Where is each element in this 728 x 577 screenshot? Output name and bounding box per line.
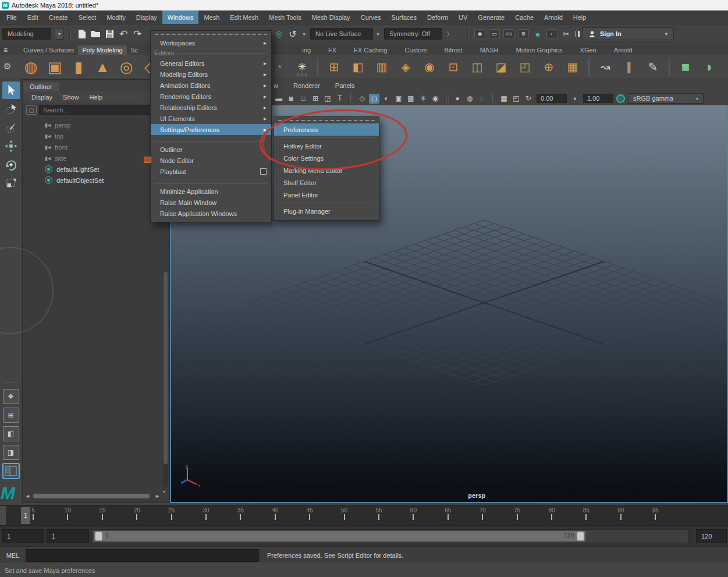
shelf-tab-sc[interactable]: Sc bbox=[127, 45, 143, 55]
shelf-tab-bifrost[interactable]: Bifrost bbox=[441, 45, 467, 55]
zero-transforms-icon[interactable]: ✳0,0,0 bbox=[292, 56, 312, 77]
default-material-icon[interactable]: ● bbox=[452, 94, 463, 104]
wheel-project-icon[interactable]: ◫ bbox=[467, 56, 488, 77]
outliner-search-input[interactable] bbox=[39, 105, 166, 115]
layout-four-view-button[interactable]: ⊞ bbox=[3, 408, 19, 423]
shelf-gear-icon[interactable]: ⚙ bbox=[3, 61, 11, 72]
exposure-field[interactable]: 0.00 bbox=[537, 94, 567, 103]
gate-mask-icon[interactable]: □ bbox=[298, 94, 308, 104]
outliner-filter-icon[interactable]: ▢ bbox=[26, 105, 37, 115]
new-scene-icon[interactable] bbox=[76, 29, 87, 39]
menu-set-selector[interactable]: Modeling bbox=[2, 28, 51, 40]
render-view-icon[interactable]: ◉ bbox=[474, 29, 485, 38]
shelf-tab-xgen[interactable]: XGen bbox=[576, 45, 601, 55]
quad-flow-icon[interactable]: ◈ bbox=[395, 56, 416, 77]
bevel-cube-icon[interactable]: ◉ bbox=[419, 56, 440, 77]
playback-range-bar[interactable]: 1 120 bbox=[94, 531, 585, 541]
wireframe-icon[interactable]: ◇ bbox=[357, 94, 367, 104]
menubar-item-cache[interactable]: Cache bbox=[510, 10, 539, 24]
grid-toggle-icon[interactable]: ▦ bbox=[499, 94, 509, 104]
move-tool-icon[interactable] bbox=[2, 137, 20, 155]
layout-single-pane-button[interactable]: ❖ bbox=[3, 389, 19, 404]
pencil-curve-icon[interactable]: ✎ bbox=[642, 56, 663, 77]
shadows-icon[interactable]: ▩ bbox=[406, 94, 416, 104]
submenu-item-color-settings[interactable]: Color Settings bbox=[274, 152, 379, 164]
camera-icons[interactable]: ◰ bbox=[511, 94, 521, 104]
diamond-trio-icon[interactable]: ◰ bbox=[514, 56, 535, 77]
menubar-item-help[interactable]: Help bbox=[568, 10, 592, 24]
shelf-tab-custom[interactable]: Custom bbox=[401, 45, 431, 55]
playback-start-field[interactable]: 1 bbox=[47, 529, 89, 543]
open-scene-icon[interactable] bbox=[90, 29, 101, 39]
edit-points-icon[interactable]: ∥ bbox=[619, 56, 640, 77]
view-transform-icon[interactable] bbox=[616, 94, 625, 103]
gamma-field[interactable]: 1.00 bbox=[583, 94, 613, 103]
poly-cube-icon[interactable]: ▣ bbox=[44, 56, 65, 77]
isolate-select-icon[interactable]: ◌ bbox=[477, 94, 487, 104]
curve-arrow-icon[interactable]: ↝ bbox=[595, 56, 616, 77]
submenu-item-marking-menu-editor[interactable]: Marking Menu Editor bbox=[274, 164, 379, 176]
shelf-tab-poly-modeling[interactable]: Poly Modeling bbox=[78, 45, 126, 55]
menu-item-animation-editors[interactable]: Animation Editors▸ bbox=[151, 80, 271, 91]
menu-item-settings-preferences[interactable]: Settings/Preferences▸ bbox=[151, 124, 271, 135]
command-language-toggle[interactable]: MEL bbox=[0, 552, 26, 559]
shelf-tab-fx-caching[interactable]: FX Caching bbox=[350, 45, 391, 55]
menu-item-playblast[interactable]: Playblast bbox=[151, 166, 271, 177]
menubar-item-file[interactable]: File bbox=[1, 10, 22, 24]
range-start-handle[interactable] bbox=[95, 532, 102, 541]
menu-item-raise-main-window[interactable]: Raise Main Window bbox=[151, 197, 271, 208]
submenu-item-shelf-editor[interactable]: Shelf Editor bbox=[274, 176, 379, 189]
menubar-item-arnold[interactable]: Arnold bbox=[539, 10, 568, 24]
menu-item-modeling-editors[interactable]: Modeling Editors▸ bbox=[151, 69, 271, 80]
symmetry-dropdown-icon[interactable]: ▾ bbox=[377, 31, 379, 37]
submenu-item-preferences[interactable]: Preferences bbox=[274, 123, 379, 136]
outliner-horizontal-scrollbar[interactable]: ◄ ► bbox=[25, 493, 160, 500]
shaded-mode-icon[interactable]: ◻ bbox=[369, 94, 379, 104]
ipr-render-icon[interactable]: IPR bbox=[503, 29, 514, 38]
outliner-menu-display[interactable]: Display bbox=[27, 94, 56, 101]
menubar-item-display[interactable]: Display bbox=[131, 10, 162, 24]
nurbs-patch-a-icon[interactable]: ◗ bbox=[699, 56, 720, 77]
render-globe-icon[interactable]: ● bbox=[532, 29, 543, 39]
menu-item-ui-elements[interactable]: UI Elements▸ bbox=[151, 113, 271, 124]
textured-mode-icon[interactable]: ◐ bbox=[381, 94, 392, 104]
menubar-item-uv[interactable]: UV bbox=[453, 10, 473, 24]
menubar-item-create[interactable]: Create bbox=[44, 10, 73, 24]
outliner-menu-show[interactable]: Show bbox=[59, 94, 83, 101]
nurbs-patch-b-icon[interactable]: ◖ bbox=[723, 56, 728, 77]
animation-end-field[interactable]: 120 bbox=[696, 529, 727, 543]
combine-icon[interactable]: ⊕ bbox=[538, 56, 559, 77]
split-corner-icon[interactable]: ◪ bbox=[491, 56, 512, 77]
lasso-select-tool-icon[interactable] bbox=[2, 100, 20, 118]
shelf-tab-ing[interactable]: ing bbox=[298, 45, 315, 55]
submenu-item-plug-in-manager[interactable]: Plug-in Manager bbox=[274, 205, 379, 217]
shelf-tab-mash[interactable]: MASH bbox=[476, 45, 503, 55]
menubar-item-curves[interactable]: Curves bbox=[356, 10, 386, 24]
poly-cylinder-icon[interactable]: ▮ bbox=[68, 56, 89, 77]
safe-action-icon[interactable]: ◲ bbox=[322, 94, 333, 104]
shelf-tab-curves-surfaces[interactable]: Curves / Surfaces bbox=[19, 45, 78, 55]
time-slider[interactable]: 1 5101520253035404550556065707580859095 bbox=[0, 505, 728, 525]
paint-effects-icon[interactable]: ✂ bbox=[561, 29, 571, 39]
make-live-icon[interactable]: ↺ bbox=[287, 29, 298, 39]
save-scene-icon[interactable] bbox=[104, 29, 115, 39]
ambient-occlusion-icon[interactable]: ✳ bbox=[418, 94, 428, 104]
menubar-item-windows[interactable]: Windows bbox=[162, 10, 199, 24]
option-box-icon[interactable] bbox=[260, 168, 267, 175]
motion-blur-icon[interactable]: ◉ bbox=[430, 94, 441, 104]
menubar-item-mesh[interactable]: Mesh bbox=[198, 10, 225, 24]
light-editor-icon[interactable]: ◐ bbox=[546, 29, 557, 38]
safe-title-icon[interactable]: T bbox=[335, 94, 345, 104]
menu-item-general-editors[interactable]: General Editors▸ bbox=[151, 58, 271, 69]
smooth-grid-icon[interactable]: ▦ bbox=[562, 56, 583, 77]
resolution-gate-icon[interactable]: ◙ bbox=[286, 94, 296, 104]
undo-icon[interactable]: ↶ bbox=[118, 29, 129, 39]
snap-magnet-icon[interactable]: ◎ bbox=[274, 29, 284, 39]
paint-select-tool-icon[interactable] bbox=[2, 119, 20, 136]
menubar-item-generate[interactable]: Generate bbox=[473, 10, 510, 24]
menubar-item-mesh-display[interactable]: Mesh Display bbox=[307, 10, 356, 24]
redo-icon[interactable]: ↷ bbox=[132, 29, 143, 39]
poly-cone-icon[interactable]: ▲ bbox=[92, 56, 113, 77]
menu-tearoff-handle[interactable] bbox=[155, 34, 267, 35]
rotate-tool-icon[interactable] bbox=[2, 156, 20, 174]
